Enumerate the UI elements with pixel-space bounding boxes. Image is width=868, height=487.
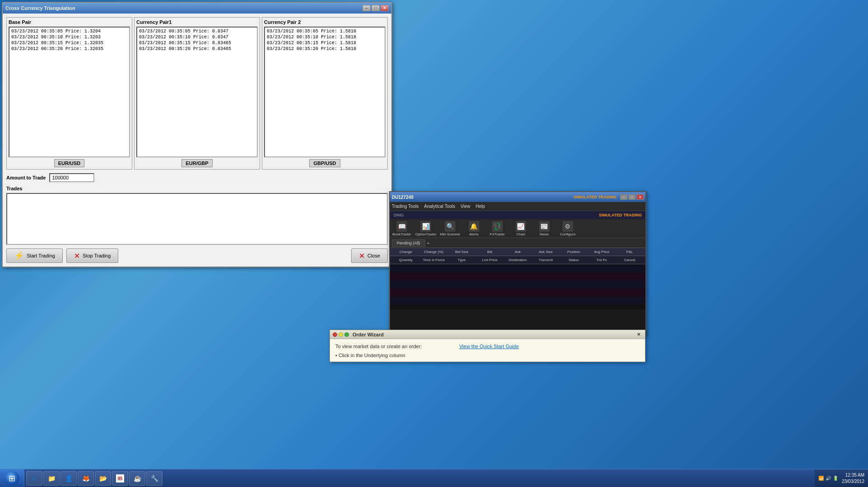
taskbar-item-ie[interactable]: e bbox=[26, 471, 42, 486]
explorer-icon: 📂 bbox=[99, 474, 107, 482]
button-row: ⚡ Start Trading ✕ Stop Trading ✕ Close bbox=[6, 248, 388, 263]
add-tab-button[interactable]: + bbox=[427, 240, 430, 246]
tws-tool-chart[interactable]: 📈 Chart bbox=[511, 221, 531, 236]
tws-menu-trading-tools[interactable]: Trading Tools bbox=[392, 204, 418, 209]
tws-titlebar: DU127249 SIMULATED TRADING ─ □ ✕ bbox=[390, 192, 645, 202]
col-type: Type bbox=[448, 258, 476, 262]
col-ask-size: Ask Size bbox=[532, 250, 560, 254]
tws-minimize-button[interactable]: ─ bbox=[620, 194, 627, 200]
currency-panels-row: Base Pair 03/23/2012 00:35:05 Price: 1.3… bbox=[6, 17, 388, 170]
volume-icon: 🔊 bbox=[826, 476, 831, 481]
close-button[interactable]: ✕ Close bbox=[351, 248, 388, 263]
price-line: 03/23/2012 00:35:10 Price: 1.5818 bbox=[266, 34, 384, 40]
tws-current-tab-label: DING bbox=[394, 213, 404, 217]
taskbar-item-ib[interactable]: IB bbox=[112, 471, 128, 486]
close-window-button[interactable]: ✕ bbox=[381, 5, 389, 11]
trades-box[interactable] bbox=[6, 193, 388, 245]
close-icon: ✕ bbox=[359, 252, 365, 260]
tws-data-row[interactable] bbox=[390, 280, 645, 289]
news-label: News bbox=[540, 232, 549, 236]
window-title: Cross Currency Triangulation bbox=[5, 5, 75, 11]
amount-input[interactable] bbox=[49, 173, 94, 182]
tws-tool-alerts[interactable]: 🔔 Alerts bbox=[464, 221, 484, 236]
taskbar-item-java[interactable]: ☕ bbox=[129, 471, 145, 486]
tws-data-row[interactable] bbox=[390, 264, 645, 272]
currency-pair2-price-list[interactable]: 03/23/2012 00:35:05 Price: 1.5818 03/23/… bbox=[264, 27, 385, 157]
taskbar-item-avatar[interactable]: 👤 bbox=[60, 471, 77, 486]
tws-toolbar: 📖 BookTrader 📊 OptionTrader 🔍 Mkt Scanne… bbox=[390, 219, 645, 238]
col-trd-px: Trd Px bbox=[588, 258, 616, 262]
taskbar-item-files[interactable]: 📁 bbox=[43, 471, 60, 486]
currency-pair1-panel: Currency Pair1 03/23/2012 00:35:05 Price… bbox=[134, 17, 260, 170]
base-pair-price-list[interactable]: 03/23/2012 00:35:05 Price: 1.3204 03/23/… bbox=[9, 27, 130, 157]
maximize-button[interactable]: □ bbox=[371, 5, 380, 11]
java-icon: ☕ bbox=[133, 474, 141, 482]
chart-icon: 📈 bbox=[515, 221, 526, 232]
col-change-pct: Change (%) bbox=[420, 250, 448, 254]
tws-column-headers-row2: Quantity Time in Force Type Lmt Price De… bbox=[390, 256, 645, 264]
stop-trading-button[interactable]: ✕ Stop Trading bbox=[66, 248, 118, 263]
tws-data-row[interactable] bbox=[390, 297, 645, 305]
col-change: Change bbox=[392, 250, 420, 254]
price-line: 03/23/2012 00:35:10 Price: 1.3203 bbox=[10, 34, 128, 40]
wizard-close-button[interactable]: ✕ bbox=[635, 331, 642, 338]
tws-tool-booktrader[interactable]: 📖 BookTrader bbox=[392, 221, 412, 236]
start-trading-icon: ⚡ bbox=[14, 251, 24, 261]
taskbar-item-tools[interactable]: 🔧 bbox=[146, 471, 162, 486]
currency-pair1-label: EUR/GBP bbox=[136, 159, 258, 167]
wizard-dot-yellow bbox=[339, 332, 343, 337]
tws-data-row[interactable] bbox=[390, 289, 645, 297]
tws-menu-help[interactable]: Help bbox=[476, 204, 485, 209]
col-transmit: Transmit bbox=[532, 258, 560, 262]
tws-column-headers-row1: Change Change (%) Bid Size Bid Ask Ask S… bbox=[390, 248, 645, 256]
currency-pair2-label: GBP/USD bbox=[264, 159, 385, 167]
wizard-content: To view market data or create an order: … bbox=[330, 339, 645, 362]
price-line: 03/23/2012 00:35:20 Price: 1.32035 bbox=[10, 46, 128, 52]
base-pair-label: EUR/USD bbox=[9, 159, 130, 167]
window-titlebar: Cross Currency Triangulation ─ □ ✕ bbox=[3, 3, 391, 14]
pending-all-tab[interactable]: Pending (All) bbox=[392, 239, 425, 247]
tws-close-button[interactable]: ✕ bbox=[636, 194, 644, 200]
tws-data-row[interactable] bbox=[390, 272, 645, 280]
stop-trading-label: Stop Trading bbox=[83, 253, 111, 258]
col-lmt-price: Lmt Price bbox=[476, 258, 504, 262]
booktrader-icon: 📖 bbox=[396, 221, 407, 232]
tws-menubar: Trading Tools Analytical Tools View Help bbox=[390, 202, 645, 211]
tws-window-controls: ─ □ ✕ bbox=[620, 194, 644, 200]
mktscanner-label: Mkt Scanner bbox=[440, 232, 460, 236]
tools-icon: 🔧 bbox=[150, 474, 158, 482]
tws-maximize-button[interactable]: □ bbox=[628, 194, 636, 200]
quick-start-link[interactable]: View the Quick Start Guide bbox=[459, 344, 519, 349]
price-line: 03/23/2012 00:35:05 Price: 0.8347 bbox=[138, 28, 256, 34]
start-button[interactable]: ⊞ bbox=[0, 469, 24, 487]
taskbar: ⊞ e 📁 👤 🦊 📂 IB ☕ 🔧 📶 🔊 bbox=[0, 469, 868, 487]
close-label: Close bbox=[367, 253, 380, 258]
tws-tool-fxtrader[interactable]: 💱 FXTrader bbox=[487, 221, 507, 236]
stop-trading-icon: ✕ bbox=[74, 252, 80, 260]
currency-pair2-panel: Currency Pair 2 03/23/2012 00:35:05 Pric… bbox=[262, 17, 388, 170]
trades-section: Trades bbox=[6, 186, 388, 245]
tws-tool-mktscanner[interactable]: 🔍 Mkt Scanner bbox=[440, 221, 460, 236]
mktscanner-icon: 🔍 bbox=[445, 221, 455, 232]
taskbar-item-firefox[interactable]: 🦊 bbox=[78, 471, 94, 486]
taskbar-item-explorer[interactable]: 📂 bbox=[95, 471, 111, 486]
minimize-button[interactable]: ─ bbox=[362, 5, 371, 11]
booktrader-label: BookTrader bbox=[392, 232, 411, 236]
tws-tool-news[interactable]: 📰 News bbox=[534, 221, 554, 236]
tws-menu-analytical-tools[interactable]: Analytical Tools bbox=[424, 204, 455, 209]
price-line: 03/23/2012 00:35:15 Price: 0.83465 bbox=[138, 40, 256, 46]
col-cancel: Cancel bbox=[616, 258, 644, 262]
tws-tool-configure[interactable]: ⚙ Configure bbox=[558, 221, 578, 236]
currency-pair1-price-list[interactable]: 03/23/2012 00:35:05 Price: 0.8347 03/23/… bbox=[136, 27, 258, 157]
col-bid: Bid bbox=[476, 250, 504, 254]
col-pnl: P&L bbox=[616, 250, 644, 254]
order-wizard-panel: Order Wizard ✕ To view market data or cr… bbox=[330, 330, 645, 362]
start-trading-button[interactable]: ⚡ Start Trading bbox=[6, 248, 63, 263]
system-clock[interactable]: 12:35 AM 23/03/2012 bbox=[842, 472, 864, 485]
wizard-main-text: To view market data or create an order: … bbox=[335, 343, 640, 351]
news-icon: 📰 bbox=[539, 221, 550, 232]
ie-icon: e bbox=[30, 474, 38, 482]
tws-menu-view[interactable]: View bbox=[460, 204, 470, 209]
eur-gbp-badge: EUR/GBP bbox=[181, 159, 212, 167]
tws-tool-optiontrader[interactable]: 📊 OptionTrader bbox=[415, 221, 436, 236]
